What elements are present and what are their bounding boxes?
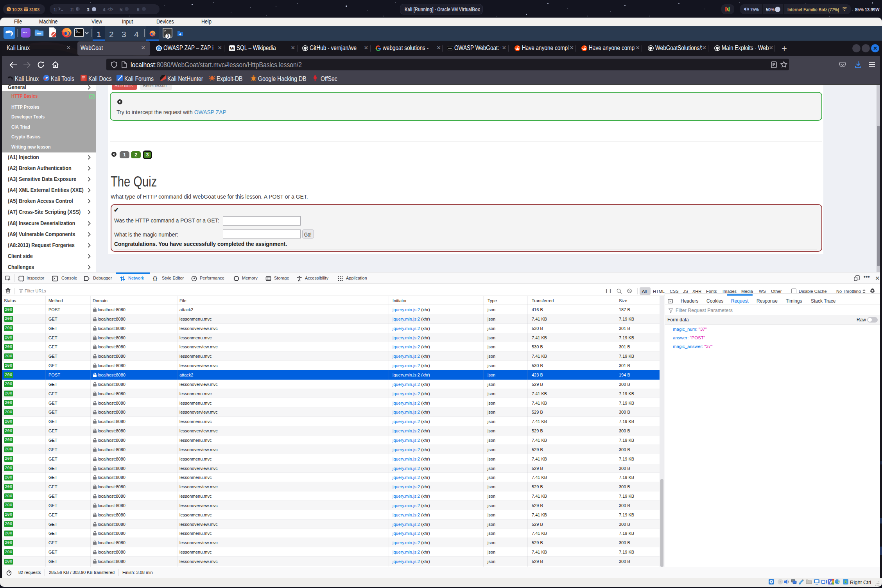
svg-text:W: W bbox=[229, 45, 235, 51]
